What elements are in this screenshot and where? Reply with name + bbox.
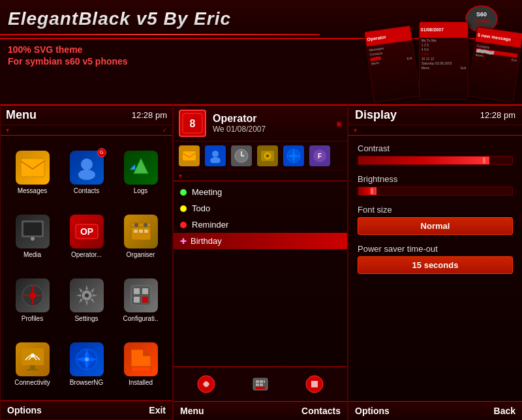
font-size-section: Font size Normal bbox=[358, 205, 513, 235]
middle-panel: 8 Operator We 01/08/2007 ▣ bbox=[173, 104, 348, 420]
configurator-icon bbox=[124, 278, 158, 312]
menu-label-operator: Operator... bbox=[71, 251, 102, 258]
logs-icon bbox=[124, 151, 158, 185]
mid-icon-messages[interactable] bbox=[179, 145, 200, 166]
menu-item-browserng[interactable]: BrowserNG bbox=[60, 333, 113, 395]
header-underline bbox=[0, 34, 320, 35]
middle-contacts-button[interactable]: Contacts bbox=[301, 406, 341, 416]
contrast-thumb bbox=[483, 157, 485, 164]
power-saver-label: Power saver time-out bbox=[358, 244, 513, 254]
menu-label-logs: Logs bbox=[134, 187, 148, 194]
svg-point-9 bbox=[31, 237, 35, 241]
svg-rect-53 bbox=[256, 383, 259, 386]
svg-rect-16 bbox=[134, 230, 138, 233]
menu-label-connectivity: Connectivity bbox=[14, 379, 50, 386]
menu-label-browserng: BrowserNG bbox=[70, 379, 104, 386]
calendar-list: Meeting Todo Reminder ✚ Birthday bbox=[174, 181, 347, 367]
menu-item-profiles[interactable]: Profiles bbox=[6, 269, 59, 331]
menu-item-settings[interactable]: Settings bbox=[60, 269, 113, 331]
menu-options-button[interactable]: Options bbox=[7, 405, 42, 415]
soft-icon-middle[interactable] bbox=[249, 372, 272, 396]
menu-label-profiles: Profiles bbox=[22, 315, 43, 322]
brightness-slider[interactable] bbox=[358, 187, 513, 196]
contrast-fill bbox=[358, 157, 489, 164]
birthday-prefix: ✚ bbox=[180, 237, 187, 246]
menu-grid: Messages G Contacts Logs bbox=[1, 136, 172, 400]
operator-info: Operator We 01/08/2007 bbox=[213, 113, 336, 134]
svg-point-6 bbox=[78, 170, 95, 180]
middle-menu-button[interactable]: Menu bbox=[180, 406, 204, 416]
calendar-item-reminder[interactable]: Reminder bbox=[174, 217, 347, 233]
organiser-icon bbox=[124, 215, 158, 248]
brightness-label: Brightness bbox=[358, 174, 513, 184]
checkmark-icon: ✓ bbox=[162, 127, 167, 134]
app-title: ElegantBlack v5 By Eric bbox=[8, 8, 231, 29]
svg-point-38 bbox=[210, 157, 221, 163]
menu-panel: Menu 12:28 pm ▾ ✓ Messages G Contac bbox=[0, 104, 173, 420]
media-icon bbox=[16, 215, 50, 248]
middle-signal-arrow: ▾ bbox=[179, 172, 182, 179]
menu-title: Menu bbox=[6, 108, 37, 122]
svg-point-22 bbox=[85, 293, 89, 297]
svg-rect-54 bbox=[260, 383, 263, 386]
mid-icon-clock[interactable] bbox=[231, 145, 252, 166]
svg-rect-8 bbox=[23, 222, 42, 235]
menu-item-operator[interactable]: OP Operator... bbox=[60, 205, 113, 267]
reminder-dot bbox=[180, 222, 187, 228]
middle-signal-icon: ▣ bbox=[336, 120, 342, 127]
menu-footer: Options Exit bbox=[1, 400, 172, 419]
middle-signal-row: ▾ bbox=[174, 171, 347, 181]
menu-item-connectivity[interactable]: Connectivity bbox=[6, 333, 59, 395]
svg-rect-17 bbox=[139, 230, 143, 233]
font-size-button[interactable]: Normal bbox=[358, 217, 513, 235]
calendar-item-todo[interactable]: Todo bbox=[174, 200, 347, 217]
menu-label-installed: Installed bbox=[129, 379, 153, 386]
svg-point-14 bbox=[134, 223, 138, 227]
svg-point-33 bbox=[85, 357, 89, 361]
menu-item-installed[interactable]: Installed bbox=[114, 333, 167, 395]
svg-rect-4 bbox=[21, 158, 44, 177]
menu-item-logs[interactable]: Logs bbox=[114, 141, 167, 203]
operator-date: We 01/08/2007 bbox=[213, 125, 336, 134]
calendar-item-meeting[interactable]: Meeting bbox=[174, 184, 347, 200]
mid-icon-extra[interactable]: F bbox=[309, 145, 330, 166]
svg-rect-50 bbox=[256, 380, 259, 383]
menu-item-configurator[interactable]: Configurati.. bbox=[114, 269, 167, 331]
svg-point-5 bbox=[81, 158, 93, 170]
svg-text:F: F bbox=[318, 153, 322, 160]
contacts-icon: G bbox=[70, 151, 104, 185]
menu-header: Menu 12:28 pm bbox=[1, 106, 172, 125]
contrast-slider[interactable] bbox=[358, 156, 513, 165]
operator-icon: OP bbox=[70, 215, 104, 248]
soft-icon-right[interactable] bbox=[303, 372, 326, 396]
display-header: Display 12:28 pm bbox=[348, 106, 522, 125]
power-saver-button[interactable]: 15 seconds bbox=[358, 256, 513, 274]
menu-item-messages[interactable]: Messages bbox=[6, 141, 59, 203]
display-title: Display bbox=[355, 108, 397, 122]
calendar-item-birthday[interactable]: ✚ Birthday bbox=[174, 233, 347, 249]
display-signal-arrow: ▾ bbox=[354, 127, 357, 134]
soft-icon-left[interactable] bbox=[194, 372, 218, 396]
profiles-icon bbox=[16, 278, 50, 312]
mid-icon-contacts[interactable] bbox=[205, 145, 226, 166]
menu-label-configurator: Configurati.. bbox=[123, 315, 159, 322]
operator-name: Operator bbox=[213, 113, 336, 125]
menu-item-media[interactable]: Media bbox=[6, 205, 59, 267]
menu-signal-icon: ▾ bbox=[6, 127, 9, 134]
menu-exit-button[interactable]: Exit bbox=[149, 405, 166, 415]
phone-preview-1: Operator Messages Contacts ▇▇▇▇ MenuExit bbox=[364, 25, 420, 103]
svg-rect-30 bbox=[27, 369, 38, 370]
subtitle-block: 100% SVG theme For symbian s60 v5 phones bbox=[8, 44, 128, 68]
display-options-button[interactable]: Options bbox=[355, 406, 390, 416]
menu-label-organiser: Organiser bbox=[127, 251, 155, 258]
operator-logo: 8 bbox=[179, 110, 206, 137]
subtitle-line1: 100% SVG theme bbox=[8, 44, 128, 55]
installed-icon bbox=[124, 342, 158, 376]
mid-icon-web[interactable] bbox=[283, 145, 304, 166]
menu-label-contacts: Contacts bbox=[74, 187, 99, 194]
menu-item-organiser[interactable]: Organiser bbox=[114, 205, 167, 267]
display-back-button[interactable]: Back bbox=[494, 406, 515, 416]
phone-preview-2: 01/08/2007 Mo Tu We 1 2 3 4 5 6 7 8 9 10… bbox=[419, 22, 469, 100]
menu-item-contacts[interactable]: G Contacts bbox=[60, 141, 113, 203]
mid-icon-photos[interactable] bbox=[257, 145, 278, 166]
